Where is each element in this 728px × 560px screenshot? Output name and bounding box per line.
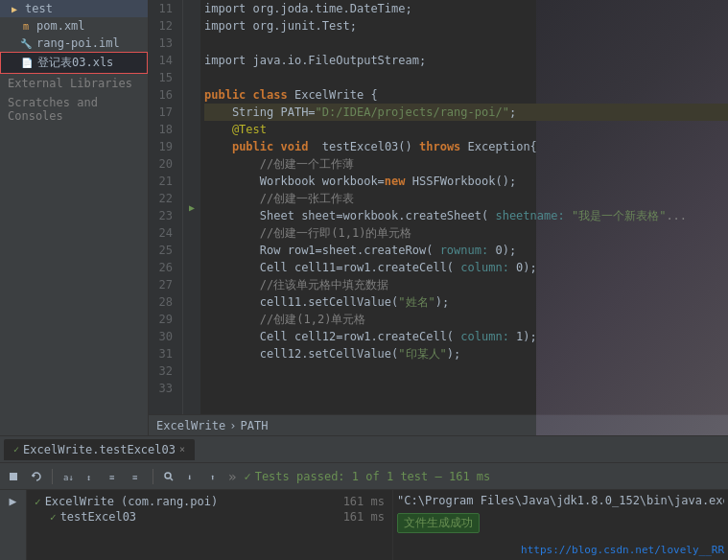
svg-text:≡: ≡ xyxy=(109,473,115,482)
expand-all-btn[interactable]: ≡ xyxy=(105,467,124,486)
export-pass-btn[interactable]: ⬇ xyxy=(182,467,201,486)
stop-btn[interactable] xyxy=(4,467,23,486)
code-line-33 xyxy=(204,380,728,397)
line-num-24: 24 xyxy=(149,224,176,242)
sidebar-item-pom[interactable]: m pom.xml xyxy=(0,17,148,35)
test-tree-class-item[interactable]: ✓ ExcelWrite (com.rang.poi) 161 ms xyxy=(35,494,385,509)
sidebar-item-test-label: test xyxy=(25,2,53,15)
sidebar-scratches[interactable]: Scratches and Consoles xyxy=(0,93,148,126)
toolbar-sep-2 xyxy=(153,469,153,484)
run-panel-tabs: ✓ ExcelWrite.testExcel03 × xyxy=(0,436,728,463)
test-result-badge: ✓ Tests passed: 1 of 1 test – 161 ms xyxy=(244,470,490,483)
line-num-28: 28 xyxy=(149,293,176,311)
run-panel-toolbar: a↓ ↕ ≡ ≡ ⬇ ⬆ » ✓ Tests passed: 1 of 1 te… xyxy=(0,463,728,490)
code-line-29: //创建(1,2)单元格 xyxy=(204,311,728,328)
line-num-14: 14 xyxy=(149,52,176,69)
code-line-16: public class ExcelWrite { xyxy=(204,86,728,104)
tab-check-icon: ✓ xyxy=(13,444,19,455)
code-line-15 xyxy=(204,69,728,86)
code-line-20: //创建一个工作薄 xyxy=(204,155,728,173)
class-item-label: ExcelWrite (com.rang.poi) xyxy=(45,495,219,508)
breadcrumb-separator: › xyxy=(229,419,236,432)
line-num-26: 26 xyxy=(149,259,176,276)
search-btn[interactable] xyxy=(159,467,178,486)
class-check-icon: ✓ xyxy=(35,496,41,508)
sort-alpha-btn[interactable]: a↓ xyxy=(59,467,78,486)
svg-text:a↓: a↓ xyxy=(63,473,74,482)
line-num-33: 33 xyxy=(149,380,176,397)
code-line-22: //创建一张工作表 xyxy=(204,190,728,207)
sidebar-item-pom-label: pom.xml xyxy=(36,19,85,33)
output-line-1: "C:\Program Files\Java\jdk1.8.0_152\bin\… xyxy=(397,492,724,509)
tab-close-btn[interactable]: × xyxy=(179,444,185,455)
line-num-18: 18 xyxy=(149,121,176,138)
method-item-label: testExcel03 xyxy=(60,510,136,524)
method-item-time: 161 ms xyxy=(343,510,385,524)
run-tab-active[interactable]: ✓ ExcelWrite.testExcel03 × xyxy=(4,439,195,460)
code-lines[interactable]: import org.joda.time.DateTime; import or… xyxy=(200,0,728,414)
gutter: ▶ xyxy=(183,0,200,414)
breadcrumb-field[interactable]: PATH xyxy=(240,419,268,432)
sidebar-item-test[interactable]: ▶ test xyxy=(0,0,148,17)
line-num-31: 31 xyxy=(149,345,176,362)
xml-icon: m xyxy=(19,19,33,33)
line-num-19: 19 xyxy=(149,138,176,155)
breadcrumb-class[interactable]: ExcelWrite xyxy=(156,419,225,432)
collapse-all-btn[interactable]: ≡ xyxy=(128,467,147,486)
line-num-15: 15 xyxy=(149,69,176,86)
svg-line-7 xyxy=(171,478,174,480)
sidebar-item-xls[interactable]: 📄 登记表03.xls xyxy=(0,52,148,74)
toolbar-more-btn[interactable]: » xyxy=(228,469,236,484)
line-num-29: 29 xyxy=(149,311,176,328)
code-line-13 xyxy=(204,35,728,52)
code-line-25: Row row1=sheet.createRow( rownum: 0); xyxy=(204,242,728,259)
code-line-27: //往该单元格中填充数据 xyxy=(204,276,728,293)
sidebar-item-xls-label: 登记表03.xls xyxy=(37,55,113,71)
code-line-30: Cell cell12=row1.createCell( column: 1); xyxy=(204,328,728,345)
code-line-12: import org.junit.Test; xyxy=(204,17,728,35)
code-line-24: //创建一行即(1,1)的单元格 xyxy=(204,224,728,242)
class-item-time: 161 ms xyxy=(343,495,385,508)
run-icon[interactable]: ▶ xyxy=(10,494,17,508)
code-container[interactable]: 11 12 13 14 15 16 17 18 19 20 21 22 23 2… xyxy=(149,0,728,414)
xls-icon: 📄 xyxy=(20,57,34,70)
editor-area: 11 12 13 14 15 16 17 18 19 20 21 22 23 2… xyxy=(149,0,728,435)
url-link[interactable]: https://blog.csdn.net/lovely__RR xyxy=(521,544,724,556)
line-num-25: 25 xyxy=(149,242,176,259)
line-numbers: 11 12 13 14 15 16 17 18 19 20 21 22 23 2… xyxy=(149,0,183,414)
sort-time-btn[interactable]: ↕ xyxy=(82,467,101,486)
code-line-32 xyxy=(204,362,728,380)
code-line-17: String PATH="D:/IDEA/projects/rang-poi/"… xyxy=(204,104,728,121)
run-panel: ✓ ExcelWrite.testExcel03 × a↓ ↕ ≡ ≡ ⬇ xyxy=(0,435,728,560)
toolbar-sep-1 xyxy=(52,469,53,484)
code-line-26: Cell cell11=row1.createCell( column: 0); xyxy=(204,259,728,276)
line-num-32: 32 xyxy=(149,362,176,380)
svg-rect-0 xyxy=(10,473,17,480)
sidebar-item-iml[interactable]: 🔧 rang-poi.iml xyxy=(0,35,148,52)
test-result-text: Tests passed: 1 of 1 test – 161 ms xyxy=(255,470,491,483)
sidebar-external-libraries[interactable]: External Libraries xyxy=(0,74,148,93)
run-gutter-icon[interactable]: ▶ xyxy=(189,198,195,216)
sidebar: ▶ test m pom.xml 🔧 rang-poi.iml 📄 登记表03.… xyxy=(0,0,149,435)
breadcrumb: ExcelWrite › PATH xyxy=(149,414,728,435)
result-checkmark: ✓ xyxy=(244,470,250,483)
success-badge: 文件生成成功 xyxy=(397,513,480,533)
line-num-20: 20 xyxy=(149,155,176,173)
svg-point-6 xyxy=(165,473,171,478)
line-num-17: 17 xyxy=(149,104,176,121)
line-num-12: 12 xyxy=(149,17,176,35)
rerun-btn[interactable] xyxy=(27,467,46,486)
code-line-19: public void testExcel03() throws Excepti… xyxy=(204,138,728,155)
code-line-23: Sheet sheet=workbook.createSheet( sheetn… xyxy=(204,207,728,224)
line-num-27: 27 xyxy=(149,276,176,293)
line-num-16: 16 xyxy=(149,86,176,104)
code-line-11: import org.joda.time.DateTime; xyxy=(204,0,728,17)
test-tree-method-item[interactable]: ✓ testExcel03 161 ms xyxy=(35,509,385,525)
code-line-31: cell12.setCellValue("印某人"); xyxy=(204,345,728,362)
code-line-28: cell11.setCellValue("姓名"); xyxy=(204,293,728,311)
export-fail-btn[interactable]: ⬆ xyxy=(205,467,224,486)
run-tab-label: ExcelWrite.testExcel03 xyxy=(23,443,176,456)
line-num-11: 11 xyxy=(149,0,176,17)
main-container: ▶ test m pom.xml 🔧 rang-poi.iml 📄 登记表03.… xyxy=(0,0,728,435)
line-num-30: 30 xyxy=(149,328,176,345)
